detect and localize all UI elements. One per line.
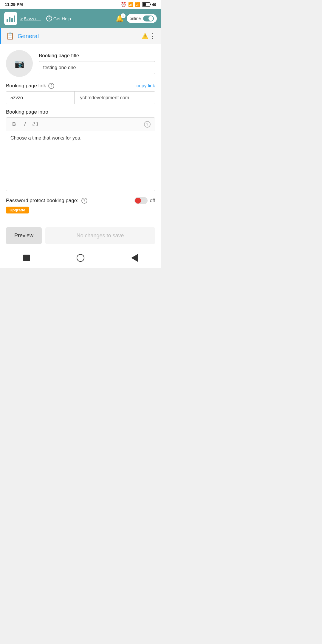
app-logo[interactable] <box>4 12 17 25</box>
link-header: Booking page link ? copy link <box>6 83 155 89</box>
warning-icon: ⚠️ <box>142 33 148 39</box>
time: 11:29 PM <box>5 2 23 7</box>
notification-badge: 1 <box>121 13 126 18</box>
section-title: General <box>18 33 138 40</box>
password-protect-label: Password protect booking page: <box>6 198 78 204</box>
editor-help-icon[interactable]: ? <box>144 121 151 128</box>
password-row: Password protect booking page: ? off <box>6 197 155 204</box>
notification-button[interactable]: 🔔 1 <box>116 15 124 22</box>
online-label: online <box>130 16 141 21</box>
booking-link-label: Booking page link <box>6 83 46 89</box>
wifi-icon: 📶 <box>135 2 140 7</box>
password-toggle-group: off <box>134 197 155 204</box>
italic-button[interactable]: I <box>22 121 27 128</box>
password-help-icon[interactable]: ? <box>81 198 87 204</box>
battery-percent: 49 <box>152 2 156 7</box>
copy-link-button[interactable]: copy link <box>137 83 155 89</box>
upgrade-badge[interactable]: Upgrade <box>6 207 29 213</box>
help-question-icon: ? <box>46 16 52 21</box>
intro-editor-box: B I ? Choose a time that works for you. <box>6 117 155 191</box>
online-toggle[interactable]: online <box>127 14 157 23</box>
booking-intro-label: Booking page intro <box>6 109 155 115</box>
main-content: 📷 Booking page title Booking page link ?… <box>0 44 161 221</box>
booking-link-help-icon[interactable]: ? <box>48 83 54 89</box>
alarm-icon: ⏰ <box>121 2 126 7</box>
status-bar: 11:29 PM ⏰ 📶 📶 49 <box>0 0 161 9</box>
battery-icon <box>142 2 150 7</box>
section-menu-button[interactable]: ⚠️ ⋮ <box>142 32 156 40</box>
editor-toolbar: B I ? <box>6 118 155 131</box>
help-label[interactable]: Get Help <box>53 16 71 21</box>
booking-title-label: Booking page title <box>39 53 155 59</box>
breadcrumb-arrow: > <box>20 16 23 21</box>
intro-editor-content[interactable]: Choose a time that works for you. <box>6 131 155 191</box>
title-input-group: Booking page title <box>39 53 155 74</box>
top-nav: > 5zvzo.... ? Get Help 🔔 1 online <box>0 9 161 28</box>
bold-button[interactable]: B <box>10 121 18 128</box>
more-options-icon[interactable]: ⋮ <box>149 32 156 40</box>
password-toggle-label: off <box>150 198 155 203</box>
section-header: 📋 General ⚠️ ⋮ <box>0 28 161 44</box>
link-label-group: Booking page link ? <box>6 83 54 89</box>
breadcrumb[interactable]: > 5zvzo.... <box>20 16 41 21</box>
save-button: No changes to save <box>45 227 155 244</box>
general-section-icon: 📋 <box>6 32 14 40</box>
booking-title-input[interactable] <box>39 61 155 74</box>
booking-link-domain-input <box>74 92 155 104</box>
toggle-knob-indicator <box>135 198 141 204</box>
status-icons: ⏰ 📶 📶 49 <box>121 2 156 7</box>
home-button[interactable] <box>77 254 84 262</box>
password-protect-section: Password protect booking page: ? off Upg… <box>6 197 155 213</box>
bottom-buttons: Preview No changes to save <box>0 221 161 249</box>
preview-button[interactable]: Preview <box>6 227 42 244</box>
avatar-upload-button[interactable]: 📷 <box>6 50 33 77</box>
link-input-row <box>6 91 155 104</box>
logo-bars-icon <box>7 15 15 22</box>
booking-title-section: 📷 Booking page title <box>6 50 155 77</box>
toggle-knob[interactable] <box>143 16 154 21</box>
signal-icon: 📶 <box>128 2 133 7</box>
bottom-nav <box>0 249 161 268</box>
help-link[interactable]: ? Get Help <box>46 16 71 21</box>
booking-link-slug-input[interactable] <box>6 92 74 104</box>
stop-button[interactable] <box>23 255 30 261</box>
breadcrumb-link[interactable]: 5zvzo.... <box>24 16 41 21</box>
password-toggle-switch[interactable] <box>134 197 148 204</box>
booking-intro-section: Booking page intro B I ? Choose a time t… <box>6 109 155 191</box>
back-button[interactable] <box>131 254 138 262</box>
camera-icon: 📷 <box>14 59 25 69</box>
link-button[interactable] <box>32 121 38 128</box>
booking-link-section: Booking page link ? copy link <box>6 83 155 104</box>
